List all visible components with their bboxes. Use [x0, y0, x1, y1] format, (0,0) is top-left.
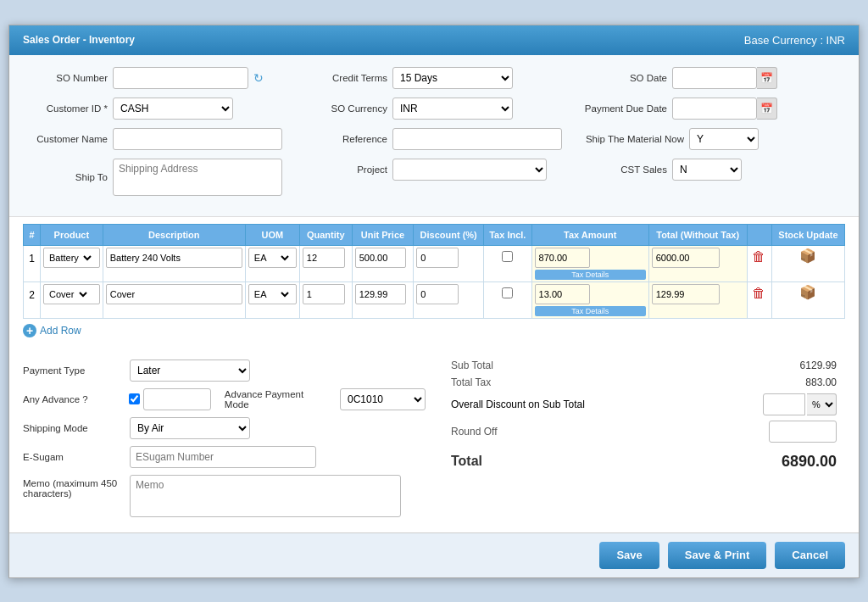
row1-discount-input[interactable] [416, 248, 459, 268]
row1-quantity-cell [299, 245, 352, 281]
ship-to-textarea[interactable] [113, 159, 282, 196]
project-select[interactable] [393, 159, 546, 180]
so-number-label: SO Number [23, 73, 108, 83]
add-row-button[interactable]: + Add Row [23, 324, 845, 337]
so-number-input[interactable]: SO502 [113, 67, 248, 89]
row2-unit-price-cell [352, 281, 414, 318]
any-advance-field: Any Advance ? 2000 Advance Payment Mode … [23, 388, 426, 410]
row2-discount-cell [414, 281, 484, 318]
row2-quantity-input[interactable] [303, 284, 345, 304]
row1-description-input[interactable] [106, 248, 242, 268]
customer-id-select-wrap: CASH [113, 98, 233, 120]
refresh-icon[interactable]: ↻ [253, 71, 264, 85]
advance-payment-mode-wrap: 0C1010 [340, 388, 426, 410]
title-bar: Sales Order - Inventory Base Currency : … [9, 25, 859, 55]
so-currency-field: SO Currency INR [303, 98, 565, 120]
round-off-input[interactable]: -0.39 [769, 421, 837, 443]
bottom-left: Payment Type Later Any Advance ? 2000 Ad… [23, 360, 426, 524]
row1-tax-details-button[interactable]: Tax Details [535, 270, 646, 280]
form-row-3: Customer Name Cash Sales Reference PO123… [23, 128, 845, 150]
so-date-label: SO Date [582, 73, 667, 83]
so-currency-label: SO Currency [303, 103, 387, 114]
row2-unit-price-input[interactable] [355, 284, 406, 304]
payment-due-date-wrap: 2015-03-23 📅 [672, 98, 777, 120]
row1-delete-button[interactable]: 🗑 [750, 248, 767, 266]
row2-delete-button[interactable]: 🗑 [750, 284, 767, 303]
shipping-mode-select-wrap: By Air [130, 417, 250, 439]
row2-uom-select[interactable]: EA [249, 285, 292, 304]
row2-uom-select-wrap: EA [248, 284, 297, 304]
row2-delete-cell: 🗑 [747, 281, 771, 318]
save-print-button[interactable]: Save & Print [668, 542, 767, 569]
row2-total-input[interactable] [652, 284, 720, 304]
advance-payment-mode-label: Advance Payment Mode [225, 389, 330, 410]
col-unit-price: Unit Price [352, 224, 414, 245]
customer-id-label: Customer ID * [23, 103, 108, 114]
so-currency-select[interactable]: INR [393, 98, 512, 119]
row2-stock-button[interactable]: 📦 [799, 284, 816, 300]
overall-discount-row: Overall Discount on Sub Total 2 % [442, 393, 845, 415]
payment-due-date-input[interactable]: 2015-03-23 [672, 98, 757, 120]
row1-product-cell: Battery [41, 245, 103, 281]
add-row-plus-icon: + [23, 324, 36, 337]
so-date-input-wrap: 2015-03-08 📅 [672, 67, 777, 89]
any-advance-checkbox[interactable] [129, 393, 140, 404]
col-num: # [24, 224, 41, 245]
row2-description-input[interactable] [106, 284, 242, 304]
row1-quantity-input[interactable] [303, 248, 345, 268]
shipping-mode-select[interactable]: By Air [131, 418, 249, 438]
row2-product-cell: Cover [41, 281, 103, 318]
memo-textarea[interactable] [130, 475, 401, 517]
overall-discount-input[interactable]: 2 [763, 393, 805, 415]
row1-stock-button[interactable]: 📦 [799, 248, 816, 264]
credit-terms-label: Credit Terms [303, 73, 387, 83]
row1-uom-select[interactable]: EA [249, 248, 292, 267]
row2-tax-amount-input[interactable] [535, 284, 590, 304]
payment-due-calendar-icon[interactable]: 📅 [757, 98, 777, 120]
round-off-row: Round Off -0.39 [442, 421, 845, 443]
form-row-1: SO Number SO502 ↻ Credit Terms 15 Days S… [23, 67, 845, 89]
discount-type-select[interactable]: % [807, 393, 837, 415]
row1-tax-amount-input[interactable] [535, 248, 590, 268]
row1-tax-amount-cell: Tax Details [531, 245, 648, 281]
row1-tax-incl-checkbox[interactable] [502, 251, 513, 262]
row1-description-cell [103, 245, 245, 281]
row1-product-select[interactable]: Battery [44, 248, 94, 267]
round-off-label: Round Off [451, 426, 497, 438]
reference-input[interactable]: PO123123 [392, 128, 562, 150]
credit-terms-select[interactable]: 15 Days [393, 68, 512, 88]
total-tax-label: Total Tax [451, 376, 491, 388]
ship-material-field: Ship The Material Now Y N [582, 128, 845, 150]
esugam-input[interactable] [130, 446, 316, 468]
col-product: Product [41, 224, 103, 245]
main-window: Sales Order - Inventory Base Currency : … [8, 25, 860, 578]
save-button[interactable]: Save [599, 542, 659, 569]
cancel-button[interactable]: Cancel [775, 542, 845, 569]
memo-label: Memo (maximum 450 characters) [23, 475, 125, 499]
row2-tax-details-button[interactable]: Tax Details [535, 306, 646, 316]
row1-tax-incl-cell [483, 245, 531, 281]
customer-id-select[interactable]: CASH [114, 98, 232, 119]
cst-sales-select[interactable]: N Y [673, 159, 741, 180]
footer: Save Save & Print Cancel [9, 532, 859, 577]
row2-description-cell [103, 281, 245, 318]
col-quantity: Quantity [299, 224, 352, 245]
row2-product-select[interactable]: Cover [44, 285, 90, 304]
items-table: # Product Description UOM Quantity Unit … [23, 224, 845, 319]
so-date-calendar-icon[interactable]: 📅 [757, 67, 777, 89]
advance-payment-mode-select[interactable]: 0C1010 [341, 389, 425, 410]
payment-type-select[interactable]: Later [131, 360, 249, 381]
row2-tax-incl-checkbox[interactable] [502, 287, 513, 298]
row1-total-input[interactable] [652, 248, 720, 268]
total-tax-row: Total Tax 883.00 [442, 376, 845, 388]
so-date-input[interactable]: 2015-03-08 [672, 67, 757, 89]
row1-unit-price-input[interactable] [355, 248, 406, 268]
form-row-2: Customer ID * CASH SO Currency INR Payme… [23, 98, 845, 120]
ship-material-select[interactable]: Y N [690, 129, 758, 149]
cst-sales-field: CST Sales N Y [582, 159, 845, 181]
row2-discount-input[interactable] [416, 284, 459, 304]
customer-name-input[interactable]: Cash Sales [113, 128, 282, 150]
base-currency: Base Currency : INR [744, 34, 845, 47]
row2-tax-amount-cell: Tax Details [531, 281, 648, 318]
advance-amount-input[interactable]: 2000 [143, 388, 211, 410]
